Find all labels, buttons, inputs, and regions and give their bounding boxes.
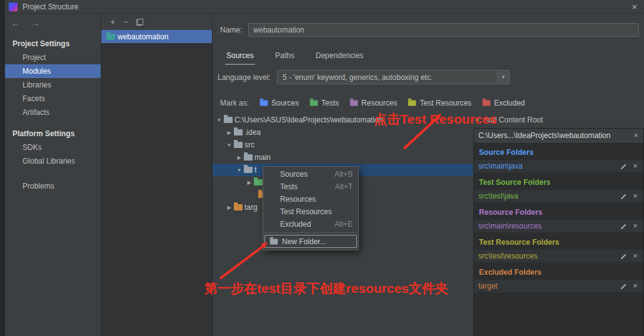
- tab-dependencies[interactable]: Dependencies: [314, 49, 365, 65]
- chevron-expanded-icon[interactable]: ▼: [235, 167, 243, 173]
- mark-label: Test Resources: [420, 99, 471, 107]
- close-icon[interactable]: ×: [625, 0, 644, 14]
- mark-tests-button[interactable]: Tests: [309, 99, 339, 107]
- content-root-header: C:\Users...\IdeaProjects\webautomation ×: [474, 129, 643, 142]
- project-settings-header: Project Settings: [5, 37, 101, 51]
- test-source-folder-row[interactable]: src\test\java ×: [474, 190, 643, 202]
- tree-row-main[interactable]: ▶ main: [213, 151, 473, 164]
- menu-shortcut: Alt+T: [329, 182, 353, 191]
- folder-path: src\test\java: [478, 192, 620, 200]
- sidebar-item-global-libraries[interactable]: Global Libraries: [5, 154, 101, 168]
- platform-settings-header: Platform Settings: [5, 127, 101, 141]
- mark-excluded-button[interactable]: Excluded: [481, 99, 525, 107]
- language-level-value: 5 - 'enum' keyword, generics, autoboxing…: [278, 73, 497, 82]
- tree-row-label: src: [243, 141, 254, 149]
- sidebar-item-modules[interactable]: Modules: [5, 64, 101, 78]
- chevron-collapsed-icon[interactable]: ▶: [225, 205, 233, 210]
- delete-icon[interactable]: ×: [631, 162, 639, 170]
- folder-path: src\test\resources: [478, 252, 620, 260]
- menu-item-sources[interactable]: Sources Alt+S: [263, 168, 358, 180]
- mark-label: Resources: [361, 99, 397, 107]
- resource-folder-row[interactable]: src\main\resources ×: [474, 220, 643, 232]
- resources-folder-icon: [350, 101, 358, 106]
- mark-test-resources-button[interactable]: Test Resources: [407, 99, 471, 107]
- delete-icon[interactable]: ×: [631, 192, 639, 200]
- back-icon[interactable]: ←: [11, 18, 20, 28]
- editor-tabs: Sources Paths Dependencies: [225, 49, 365, 65]
- edit-icon[interactable]: [620, 193, 627, 200]
- sidebar-item-artifacts[interactable]: Artifacts: [5, 106, 101, 119]
- chevron-collapsed-icon[interactable]: ▶: [235, 155, 243, 161]
- add-content-root-button[interactable]: + Add Content Root: [475, 115, 543, 125]
- menu-item-label: Excluded: [280, 220, 311, 229]
- menu-item-resources[interactable]: Resources: [263, 193, 358, 205]
- source-folders-title: Source Folders: [474, 142, 643, 159]
- tree-row-label: t: [253, 166, 256, 174]
- edit-icon[interactable]: [620, 223, 627, 230]
- project-structure-dialog: Project Structure × ← → Project Settings…: [0, 0, 644, 336]
- remove-module-icon[interactable]: −: [123, 17, 128, 26]
- tree-row-src[interactable]: ▼ src: [213, 139, 473, 151]
- tab-sources[interactable]: Sources: [225, 49, 255, 65]
- folder-icon: [244, 167, 253, 173]
- excluded-folder-row[interactable]: target ×: [474, 280, 643, 292]
- chevron-collapsed-icon[interactable]: ▶: [225, 130, 233, 136]
- menu-shortcut: Alt+S: [328, 170, 353, 179]
- window-edge: [0, 0, 5, 336]
- menu-item-excluded[interactable]: Excluded Alt+E: [263, 218, 358, 230]
- test-folder-icon: [254, 179, 263, 185]
- plus-icon: +: [475, 115, 480, 125]
- delete-icon[interactable]: ×: [631, 282, 639, 290]
- content-root-path: C:\Users...\IdeaProjects\webautomation: [478, 131, 610, 140]
- mark-as-row: Mark as: Sources Tests Resources Test Re…: [220, 99, 525, 107]
- menu-item-label: Tests: [280, 182, 298, 191]
- test-resources-folder-icon: [408, 101, 416, 106]
- mark-resources-button[interactable]: Resources: [349, 99, 397, 107]
- module-name-input[interactable]: [248, 23, 639, 37]
- delete-icon[interactable]: ×: [631, 222, 639, 230]
- app-icon: [9, 2, 18, 11]
- copy-module-icon[interactable]: [136, 19, 143, 26]
- forward-icon[interactable]: →: [31, 18, 40, 28]
- add-content-root-label: Add Content Root: [483, 116, 543, 124]
- tab-paths[interactable]: Paths: [274, 49, 296, 65]
- window-title: Project Structure: [23, 2, 78, 11]
- edit-icon[interactable]: [620, 283, 627, 290]
- title-bar: Project Structure ×: [0, 0, 644, 14]
- sidebar-item-project[interactable]: Project: [5, 51, 101, 64]
- tree-row-idea[interactable]: ▶ .idea: [213, 126, 473, 139]
- mark-sources-button[interactable]: Sources: [259, 99, 299, 107]
- edit-icon[interactable]: [620, 253, 627, 260]
- test-resource-folder-row[interactable]: src\test\resources ×: [474, 250, 643, 262]
- sidebar-item-facets[interactable]: Facets: [5, 92, 101, 106]
- sidebar-item-problems[interactable]: Problems: [5, 179, 101, 193]
- menu-item-new-folder[interactable]: New Folder...: [264, 235, 357, 248]
- excluded-folders-title: Excluded Folders: [474, 262, 643, 279]
- add-module-icon[interactable]: +: [110, 17, 115, 26]
- language-level-select[interactable]: 5 - 'enum' keyword, generics, autoboxing…: [277, 70, 510, 84]
- chevron-expanded-icon[interactable]: ▼: [225, 142, 233, 148]
- menu-item-label: Sources: [280, 170, 308, 179]
- source-folder-row[interactable]: src\main\java ×: [474, 160, 643, 172]
- name-label: Name:: [220, 26, 242, 34]
- sources-folder-icon: [260, 101, 268, 106]
- sidebar-item-sdks[interactable]: SDKs: [5, 141, 101, 154]
- edit-icon[interactable]: [620, 163, 627, 170]
- chevron-expanded-icon[interactable]: ▼: [215, 117, 223, 123]
- menu-shortcut: Alt+E: [328, 220, 353, 229]
- module-list-item[interactable]: webautomation: [101, 30, 212, 43]
- module-folder-icon: [106, 34, 115, 40]
- mark-as-label: Mark as:: [220, 99, 249, 107]
- sidebar-item-libraries[interactable]: Libraries: [5, 78, 101, 92]
- chevron-down-icon[interactable]: ▼: [497, 71, 509, 84]
- delete-icon[interactable]: ×: [631, 252, 639, 260]
- menu-item-test-resources[interactable]: Test Resources: [263, 205, 358, 218]
- language-level-label: Language level:: [218, 73, 277, 82]
- chevron-collapsed-icon[interactable]: ▶: [245, 180, 253, 185]
- remove-content-root-icon[interactable]: ×: [631, 131, 641, 140]
- menu-item-label: New Folder...: [282, 237, 326, 246]
- tree-row-root[interactable]: ▼ C:\Users\ASUS\IdeaProjects\webautomati…: [213, 114, 473, 126]
- module-toolbar: + −: [101, 14, 212, 30]
- mark-label: Excluded: [494, 99, 525, 107]
- menu-item-tests[interactable]: Tests Alt+T: [263, 180, 358, 193]
